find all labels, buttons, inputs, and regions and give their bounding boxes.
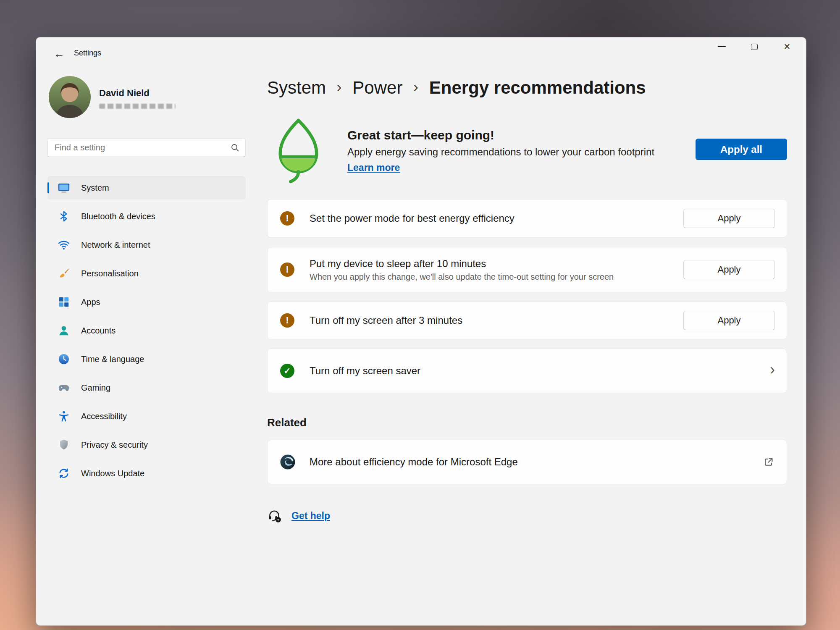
window-title: Settings — [74, 49, 101, 58]
sidebar-item-label: System — [81, 183, 109, 193]
accessibility-icon — [58, 410, 70, 423]
maximize-icon — [751, 44, 758, 50]
sidebar-item-accounts[interactable]: Accounts — [47, 319, 246, 342]
window-controls: ✕ — [709, 37, 799, 56]
paintbrush-icon — [58, 267, 70, 280]
page-title: Energy recommendations — [429, 78, 646, 98]
bluetooth-icon — [58, 210, 70, 223]
sidebar-item-label: Accounts — [81, 326, 116, 336]
chevron-right-icon: › — [770, 362, 775, 377]
back-arrow-icon: ← — [54, 47, 65, 60]
related-link-edge-efficiency[interactable]: More about efficiency mode for Microsoft… — [267, 440, 787, 484]
settings-window: ← Settings ✕ David Nield — [36, 37, 806, 626]
shield-icon — [58, 438, 70, 451]
energy-hero: Great start—keep going! Apply energy sav… — [267, 117, 787, 184]
update-arrows-icon — [58, 467, 70, 480]
help-headset-icon: ? — [267, 509, 281, 523]
recommendation-card-screen-saver[interactable]: ✓ Turn off my screen saver › — [267, 349, 787, 393]
breadcrumb-system[interactable]: System — [267, 78, 326, 98]
sidebar-item-label: Gaming — [81, 383, 110, 393]
breadcrumb: System › Power › Energy recommendations — [267, 78, 646, 98]
svg-text:?: ? — [277, 518, 280, 522]
recommendation-card-sleep: ! Put my device to sleep after 10 minute… — [267, 247, 787, 292]
sidebar-item-windows-update[interactable]: Windows Update — [47, 462, 246, 485]
hero-title: Great start—keep going! — [347, 128, 654, 142]
edge-logo-icon — [279, 454, 296, 470]
sidebar-item-privacy-security[interactable]: Privacy & security — [47, 433, 246, 457]
sidebar-nav: System Bluetooth & devices Network & int… — [47, 176, 246, 490]
search-icon — [230, 143, 240, 153]
apps-grid-icon — [58, 296, 70, 308]
recommendation-title: Turn off my screen after 3 minutes — [310, 315, 462, 326]
sidebar-item-apps[interactable]: Apps — [47, 290, 246, 314]
sidebar-item-label: Apps — [81, 297, 100, 307]
back-button[interactable]: ← — [51, 47, 67, 61]
avatar — [49, 76, 91, 118]
sidebar-item-label: Time & language — [81, 354, 144, 364]
hero-subtitle: Apply energy saving recommendations to l… — [347, 146, 654, 158]
sidebar-item-label: Bluetooth & devices — [81, 212, 155, 221]
recommendation-card-screen-off: ! Turn off my screen after 3 minutes App… — [267, 302, 787, 339]
warning-icon: ! — [280, 262, 294, 277]
wifi-icon — [58, 239, 70, 251]
recommendation-title: Turn off my screen saver — [310, 365, 420, 377]
related-link-label: More about efficiency mode for Microsoft… — [310, 456, 518, 468]
warning-icon: ! — [280, 211, 294, 226]
apply-button[interactable]: Apply — [683, 209, 775, 228]
sidebar-item-label: Accessibility — [81, 412, 127, 421]
sidebar-item-label: Personalisation — [81, 269, 139, 278]
close-button[interactable]: ✕ — [775, 37, 799, 56]
gamepad-icon — [58, 381, 70, 394]
person-icon — [58, 324, 70, 337]
redacted-email — [99, 104, 176, 109]
leaf-icon — [275, 117, 322, 184]
sidebar-item-time-language[interactable]: Time & language — [47, 347, 246, 371]
check-icon: ✓ — [280, 364, 294, 378]
minimize-icon — [718, 46, 726, 47]
sidebar-item-label: Network & internet — [81, 240, 150, 250]
external-link-icon — [763, 457, 774, 467]
related-heading: Related — [267, 416, 307, 429]
search-input[interactable] — [54, 142, 227, 153]
clock-icon — [58, 353, 70, 365]
learn-more-link[interactable]: Learn more — [347, 162, 400, 173]
get-help-row: ? Get help — [267, 509, 330, 523]
sidebar-item-accessibility[interactable]: Accessibility — [47, 404, 246, 428]
maximize-button[interactable] — [742, 37, 766, 56]
warning-icon: ! — [280, 313, 294, 328]
display-icon — [58, 181, 70, 194]
recommendation-subtitle: When you apply this change, we'll also u… — [310, 272, 614, 282]
get-help-link[interactable]: Get help — [291, 510, 330, 522]
sidebar-item-label: Privacy & security — [81, 440, 148, 450]
apply-button[interactable]: Apply — [683, 260, 775, 279]
close-icon: ✕ — [784, 42, 791, 52]
breadcrumb-power[interactable]: Power — [352, 78, 402, 98]
sidebar-item-gaming[interactable]: Gaming — [47, 376, 246, 399]
apply-all-button[interactable]: Apply all — [696, 139, 787, 160]
chevron-right-icon: › — [337, 79, 341, 95]
search-box — [47, 138, 246, 157]
sidebar-item-personalisation[interactable]: Personalisation — [47, 262, 246, 285]
minimize-button[interactable] — [709, 37, 734, 56]
chevron-right-icon: › — [413, 79, 418, 95]
desktop-background: ← Settings ✕ David Nield — [0, 0, 840, 630]
user-name: David Nield — [99, 88, 150, 99]
sidebar-item-system[interactable]: System — [47, 176, 246, 200]
sidebar-item-bluetooth-devices[interactable]: Bluetooth & devices — [47, 205, 246, 228]
recommendation-title: Set the power mode for best energy effic… — [310, 213, 514, 224]
hero-text: Great start—keep going! Apply energy sav… — [347, 128, 654, 173]
selected-accent-bar — [47, 182, 49, 193]
recommendation-title: Put my device to sleep after 10 minutes — [310, 258, 614, 270]
apply-button[interactable]: Apply — [683, 311, 775, 330]
recommendation-card-power-mode: ! Set the power mode for best energy eff… — [267, 199, 787, 238]
sidebar-item-network-internet[interactable]: Network & internet — [47, 233, 246, 257]
recommendations-list: ! Set the power mode for best energy eff… — [267, 199, 787, 402]
sidebar-item-label: Windows Update — [81, 469, 144, 478]
